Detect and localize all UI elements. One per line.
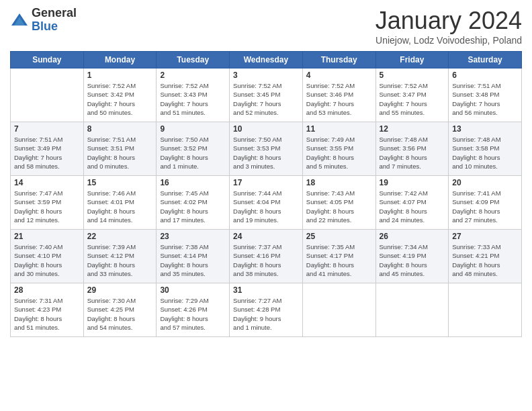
day-number: 7 [14,124,80,134]
calendar-week-row: 7Sunrise: 7:51 AM Sunset: 3:49 PM Daylig… [11,122,522,176]
day-detail: Sunrise: 7:51 AM Sunset: 3:51 PM Dayligh… [87,135,153,171]
month-title: January 2024 [375,7,522,35]
calendar-cell: 11Sunrise: 7:49 AM Sunset: 3:55 PM Dayli… [302,122,375,176]
day-number: 19 [380,178,445,187]
day-number: 20 [452,178,518,187]
day-number: 3 [233,71,299,80]
day-number: 6 [452,71,518,80]
day-detail: Sunrise: 7:27 AM Sunset: 4:28 PM Dayligh… [233,296,299,332]
day-number: 26 [380,232,445,241]
day-detail: Sunrise: 7:33 AM Sunset: 4:21 PM Dayligh… [452,242,518,278]
calendar-cell: 31Sunrise: 7:27 AM Sunset: 4:28 PM Dayli… [230,283,303,337]
calendar-cell: 18Sunrise: 7:43 AM Sunset: 4:05 PM Dayli… [302,176,375,230]
day-number: 1 [87,71,153,80]
day-detail: Sunrise: 7:50 AM Sunset: 3:53 PM Dayligh… [233,135,299,171]
day-detail: Sunrise: 7:46 AM Sunset: 4:01 PM Dayligh… [87,189,153,224]
day-detail: Sunrise: 7:52 AM Sunset: 3:45 PM Dayligh… [233,81,299,117]
logo-text: General Blue [32,7,77,34]
calendar-cell [11,68,84,122]
day-detail: Sunrise: 7:35 AM Sunset: 4:17 PM Dayligh… [306,242,372,278]
logo-general-text: General [32,7,77,20]
calendar-cell: 28Sunrise: 7:31 AM Sunset: 4:23 PM Dayli… [11,283,84,337]
calendar-cell: 4Sunrise: 7:52 AM Sunset: 3:46 PM Daylig… [302,68,375,122]
day-number: 5 [380,71,445,80]
calendar-cell: 30Sunrise: 7:29 AM Sunset: 4:26 PM Dayli… [157,283,230,337]
day-number: 4 [306,71,372,80]
calendar-week-row: 1Sunrise: 7:52 AM Sunset: 3:42 PM Daylig… [11,68,522,122]
calendar-cell: 8Sunrise: 7:51 AM Sunset: 3:51 PM Daylig… [83,122,157,176]
calendar-cell: 2Sunrise: 7:52 AM Sunset: 3:43 PM Daylig… [157,68,230,122]
calendar-week-row: 28Sunrise: 7:31 AM Sunset: 4:23 PM Dayli… [11,283,522,337]
location-subtitle: Uniejow, Lodz Voivodeship, Poland [375,35,522,46]
day-number: 21 [14,232,80,241]
day-detail: Sunrise: 7:34 AM Sunset: 4:19 PM Dayligh… [380,242,445,278]
day-headers-row: SundayMondayTuesdayWednesdayThursdayFrid… [11,52,522,68]
logo-icon [10,11,29,30]
day-detail: Sunrise: 7:48 AM Sunset: 3:58 PM Dayligh… [452,135,518,171]
day-number: 28 [14,285,80,295]
calendar-cell: 7Sunrise: 7:51 AM Sunset: 3:49 PM Daylig… [11,122,84,176]
day-detail: Sunrise: 7:52 AM Sunset: 3:42 PM Dayligh… [87,81,153,117]
day-number: 11 [306,124,372,134]
calendar-cell [302,283,375,337]
day-detail: Sunrise: 7:51 AM Sunset: 3:48 PM Dayligh… [452,81,518,117]
day-header-thursday: Thursday [302,52,375,68]
day-header-saturday: Saturday [449,52,522,68]
logo-blue-text: Blue [32,20,77,34]
day-header-sunday: Sunday [11,52,84,68]
day-header-monday: Monday [83,52,157,68]
calendar-cell: 10Sunrise: 7:50 AM Sunset: 3:53 PM Dayli… [230,122,303,176]
calendar-cell: 21Sunrise: 7:40 AM Sunset: 4:10 PM Dayli… [11,230,84,283]
calendar-cell: 26Sunrise: 7:34 AM Sunset: 4:19 PM Dayli… [375,230,449,283]
calendar-cell: 29Sunrise: 7:30 AM Sunset: 4:25 PM Dayli… [83,283,157,337]
day-number: 18 [306,178,372,187]
calendar-cell: 22Sunrise: 7:39 AM Sunset: 4:12 PM Dayli… [83,230,157,283]
calendar-cell: 15Sunrise: 7:46 AM Sunset: 4:01 PM Dayli… [83,176,157,230]
calendar-cell: 17Sunrise: 7:44 AM Sunset: 4:04 PM Dayli… [230,176,303,230]
day-number: 13 [452,124,518,134]
day-number: 12 [380,124,445,134]
day-header-wednesday: Wednesday [230,52,303,68]
day-detail: Sunrise: 7:48 AM Sunset: 3:56 PM Dayligh… [380,135,445,171]
day-detail: Sunrise: 7:52 AM Sunset: 3:46 PM Dayligh… [306,81,372,117]
day-detail: Sunrise: 7:40 AM Sunset: 4:10 PM Dayligh… [14,242,80,278]
calendar-cell: 25Sunrise: 7:35 AM Sunset: 4:17 PM Dayli… [302,230,375,283]
calendar-cell [375,283,449,337]
day-number: 10 [233,124,299,134]
calendar-cell: 19Sunrise: 7:42 AM Sunset: 4:07 PM Dayli… [375,176,449,230]
page-header: General Blue January 2024 Uniejow, Lodz … [10,7,522,46]
day-detail: Sunrise: 7:41 AM Sunset: 4:09 PM Dayligh… [452,189,518,224]
calendar-cell: 9Sunrise: 7:50 AM Sunset: 3:52 PM Daylig… [157,122,230,176]
calendar-cell: 3Sunrise: 7:52 AM Sunset: 3:45 PM Daylig… [230,68,303,122]
calendar-cell: 13Sunrise: 7:48 AM Sunset: 3:58 PM Dayli… [449,122,522,176]
calendar-cell: 1Sunrise: 7:52 AM Sunset: 3:42 PM Daylig… [83,68,157,122]
calendar-cell: 6Sunrise: 7:51 AM Sunset: 3:48 PM Daylig… [449,68,522,122]
day-detail: Sunrise: 7:52 AM Sunset: 3:43 PM Dayligh… [160,81,226,117]
title-block: January 2024 Uniejow, Lodz Voivodeship, … [375,7,522,46]
day-number: 30 [160,285,226,295]
day-number: 14 [14,178,80,187]
day-number: 24 [233,232,299,241]
day-detail: Sunrise: 7:52 AM Sunset: 3:47 PM Dayligh… [380,81,445,117]
calendar-cell: 20Sunrise: 7:41 AM Sunset: 4:09 PM Dayli… [449,176,522,230]
calendar-cell: 14Sunrise: 7:47 AM Sunset: 3:59 PM Dayli… [11,176,84,230]
calendar-table: SundayMondayTuesdayWednesdayThursdayFrid… [10,51,522,337]
day-detail: Sunrise: 7:43 AM Sunset: 4:05 PM Dayligh… [306,189,372,224]
day-number: 23 [160,232,226,241]
day-number: 29 [87,285,153,295]
day-detail: Sunrise: 7:47 AM Sunset: 3:59 PM Dayligh… [14,189,80,224]
day-number: 31 [233,285,299,295]
day-number: 27 [452,232,518,241]
calendar-cell: 5Sunrise: 7:52 AM Sunset: 3:47 PM Daylig… [375,68,449,122]
day-number: 9 [160,124,226,134]
calendar-cell: 12Sunrise: 7:48 AM Sunset: 3:56 PM Dayli… [375,122,449,176]
day-number: 2 [160,71,226,80]
calendar-cell [449,283,522,337]
day-header-friday: Friday [375,52,449,68]
day-detail: Sunrise: 7:42 AM Sunset: 4:07 PM Dayligh… [380,189,445,224]
calendar-cell: 24Sunrise: 7:37 AM Sunset: 4:16 PM Dayli… [230,230,303,283]
day-number: 17 [233,178,299,187]
day-detail: Sunrise: 7:39 AM Sunset: 4:12 PM Dayligh… [87,242,153,278]
day-detail: Sunrise: 7:29 AM Sunset: 4:26 PM Dayligh… [160,296,226,332]
day-detail: Sunrise: 7:37 AM Sunset: 4:16 PM Dayligh… [233,242,299,278]
